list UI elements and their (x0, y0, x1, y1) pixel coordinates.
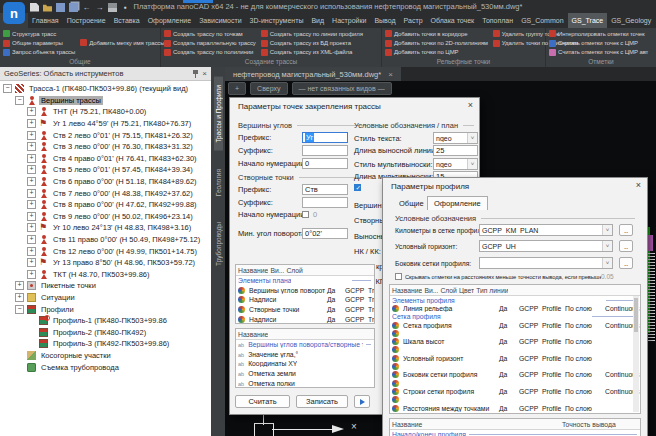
expand-toggle-icon[interactable] (27, 223, 36, 232)
ribbon-button[interactable]: Добавить точки по ЦМР (384, 48, 489, 57)
column-header[interactable]: Точность вывода (560, 421, 616, 428)
ribbon-tab[interactable]: Зависимости (195, 13, 245, 28)
mleader-style-combo[interactable]: ngeo˅ (433, 158, 478, 170)
tree-item[interactable]: Трасса-1 (ПК480-ПК503+99.86) (текущий ви… (0, 83, 211, 95)
prefix-vertices-input[interactable]: Уг (302, 132, 348, 143)
expand-toggle-icon[interactable] (27, 154, 36, 163)
tree-item[interactable]: Ств 6 право 0°00' (Н 51.18, ПК484+89.62) (0, 176, 211, 188)
ribbon-tab[interactable]: Растр (400, 13, 427, 28)
browse-button[interactable]: .. (619, 240, 633, 252)
tree-item[interactable]: Косогорные участки (0, 350, 211, 362)
tree-item[interactable]: Ситуации (0, 292, 211, 304)
tree-item[interactable]: Ств 5 лево 0°01' (Н 57.45, ПК484+39.34) (0, 164, 211, 176)
ribbon-button[interactable]: Считать отметки точек с ЦМР авт (548, 48, 649, 57)
tree-item[interactable]: ТНТ (Н 75.21, ПК480+0.00) (0, 106, 211, 118)
expand-toggle-icon[interactable] (27, 107, 36, 116)
quick-access-icon[interactable] (30, 3, 39, 12)
ribbon-tab[interactable]: GS_Geology (607, 13, 655, 28)
table-row[interactable] (390, 379, 640, 387)
tree-item[interactable]: Съемка трубопровода (0, 361, 211, 373)
column-header[interactable]: Ви... (422, 287, 438, 294)
column-header[interactable]: Название (390, 287, 422, 294)
tree-item[interactable]: Профиль-1 (ПК480-ПК503+99.86 (0, 315, 211, 327)
tree-item[interactable]: Профиль-2 (ПК480-ПК492) (0, 326, 211, 338)
table-row[interactable]: Сетка профиля Да GCPP_Profile По слою Co… (390, 321, 640, 329)
table-row[interactable] (390, 362, 640, 370)
palette-side-tab[interactable]: Геология (214, 161, 223, 204)
table-row[interactable] (390, 396, 640, 404)
ribbon-button[interactable]: Добавить точки в коридоре (384, 29, 489, 38)
document-tab[interactable]: нефтепровод магистральный_530мм.dwg* × (225, 67, 401, 81)
app-logo[interactable]: n (3, 2, 25, 24)
km-grid-combo[interactable]: GCPP_KM_PLAN˅ (479, 224, 613, 236)
table-row[interactable] (390, 329, 640, 337)
tree-item[interactable]: Профиль-3 (ПК492-ПК503+99.86) (0, 338, 211, 350)
ribbon-tab[interactable]: 3D-инструменты (246, 13, 308, 28)
expand-toggle-icon[interactable] (27, 247, 36, 256)
close-icon[interactable]: × (202, 70, 207, 78)
ribbon-button[interactable]: Структура трасс (2, 29, 76, 38)
column-header[interactable]: Название (236, 331, 268, 338)
ribbon-tab[interactable]: Вывод (370, 13, 399, 28)
expand-toggle-icon[interactable] (27, 119, 36, 128)
expand-toggle-icon[interactable] (27, 177, 36, 186)
side-grid-combo[interactable]: ˅ (479, 257, 613, 269)
plan-option-checkbox[interactable] (354, 184, 361, 191)
table-row[interactable]: Элементы плана (236, 276, 374, 286)
ribbon-tab[interactable]: GS_Trace (568, 13, 608, 28)
expand-toggle-icon[interactable] (27, 189, 36, 198)
ribbon-button[interactable]: Считать отметки точек с ЦМР (548, 38, 649, 47)
list-item[interactable]: Значение угла,° (236, 350, 374, 360)
ribbon-tab[interactable]: Вставка (110, 13, 144, 28)
suffix-vertices-input[interactable] (302, 145, 348, 156)
tree-item[interactable]: Ств 12 лево 0°00' (Н 49.99, ПК501+14.75) (0, 245, 211, 257)
expand-toggle-icon[interactable] (27, 270, 36, 279)
ribbon-button[interactable]: Запрос объекта трассы (2, 48, 76, 57)
expand-toggle-icon[interactable] (15, 293, 24, 302)
tree-item[interactable]: Ств 7 лево 0°00' (Н 48.38, ПК492+37.62) (0, 187, 211, 199)
document-tab-close-icon[interactable]: × (388, 70, 393, 79)
table-row[interactable] (390, 346, 640, 354)
ribbon-button[interactable]: Добавить метку имя трассы (79, 38, 165, 47)
table-row[interactable]: Надписи Да GCPP_Tr (236, 295, 374, 305)
quick-access-icon[interactable] (108, 3, 117, 12)
tree-item[interactable]: Ств 4 право 0°01' (Н 76.41, ПК483+62.30) (0, 153, 211, 165)
table-row[interactable]: Створные точки Да GCPP_Tr (236, 305, 374, 315)
ribbon-tab[interactable]: Вид (307, 13, 328, 28)
browse-button[interactable]: .. (619, 257, 633, 269)
ribbon-button[interactable]: Создать трассу из БД проекта (260, 38, 364, 47)
column-header[interactable]: Название (236, 267, 268, 274)
expand-toggle-icon[interactable] (27, 131, 36, 140)
expand-toggle-icon[interactable] (27, 200, 36, 209)
numbering-start-input[interactable]: 0 (302, 158, 348, 169)
view-selector-button[interactable]: Сверху (250, 82, 287, 95)
list-item[interactable]: Координаты XY (236, 359, 374, 369)
datum-combo[interactable]: GCPP_UH˅ (479, 240, 613, 252)
ribbon-button[interactable]: Создать трассу по точкам (163, 29, 257, 38)
column-header[interactable]: Цвет (457, 287, 474, 294)
quick-access-icon[interactable] (56, 3, 65, 12)
ribbon-button[interactable]: Создать трассу из XML-файла (260, 48, 364, 57)
table-row[interactable]: Шкала высот Да GCPP_Profile По слою (390, 337, 640, 345)
read-button[interactable]: Считать (235, 395, 290, 408)
column-header[interactable]: Название (390, 421, 560, 428)
table-scrollbar[interactable] (633, 296, 639, 412)
list-item[interactable]: Отметка земли (236, 369, 374, 379)
ribbon-tab[interactable]: GS_Common (517, 13, 567, 28)
table-row[interactable]: Боковик сетки профиля Да GCPP_Profile По… (390, 371, 640, 379)
ribbon-button[interactable]: Создать трассу по полилинии (163, 48, 257, 57)
table-row[interactable]: Расстояния между точками Да GCPP_Profile… (390, 404, 640, 412)
table-row[interactable]: Начало/конец профиля (390, 430, 640, 436)
leader-length-input[interactable]: 25 (433, 145, 478, 156)
tree-item[interactable]: Пикетные точки (0, 280, 211, 292)
expand-toggle-icon[interactable] (27, 212, 36, 221)
ribbon-button[interactable]: Создать параллельную трассу (163, 38, 257, 47)
numbering-start-checkbox[interactable] (302, 211, 309, 218)
ribbon-button[interactable]: Добавить точки по 2D-полилиниям (384, 38, 489, 47)
hide-marks-checkbox[interactable] (395, 273, 402, 280)
column-header[interactable]: Тип линии (474, 287, 508, 294)
quick-access-icon[interactable] (43, 3, 52, 12)
tree-item[interactable]: Уг 1 лево 44°59' (Н 75.21, ПК480+76.37) (0, 118, 211, 130)
tree-item[interactable]: Ств 11 право 0°00' (Н 50.49, ПК498+75.12… (0, 234, 211, 246)
pin-icon[interactable] (192, 70, 199, 78)
